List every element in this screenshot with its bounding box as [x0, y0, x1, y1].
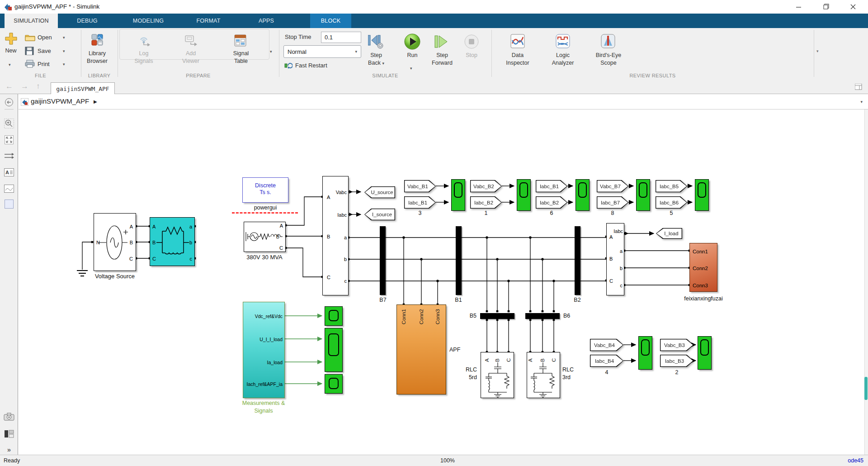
from-tag[interactable]: Iabc_B1 — [404, 196, 436, 209]
run-icon[interactable] — [404, 33, 421, 52]
scope-block[interactable] — [698, 336, 712, 370]
logic-analyzer-button[interactable]: Logic Analyzer — [542, 52, 583, 67]
tab-modeling[interactable]: MODELING — [121, 14, 175, 28]
scope-block[interactable] — [576, 179, 590, 211]
signal-table-icon[interactable] — [234, 34, 246, 48]
from-tag[interactable]: Iabc_B7 — [597, 196, 628, 209]
measurements-signals-block[interactable]: Vdc_ref&Vdc U_I_I_load Ia_load Iach_ref&… — [243, 302, 285, 398]
from-tag[interactable]: Iabc_B3 — [660, 355, 693, 367]
scope-block[interactable] — [325, 306, 343, 326]
save-dropdown[interactable]: ▾ — [63, 49, 65, 53]
from-tag[interactable]: Iabc_B2 — [536, 196, 567, 209]
from-tag[interactable]: Vabc_B4 — [590, 339, 623, 351]
bus-b7[interactable] — [380, 226, 386, 295]
run-dropdown[interactable]: ▾ — [410, 66, 412, 71]
annotation-icon[interactable]: A — [3, 166, 15, 178]
nonlinear-load-block[interactable]: Conn1 Conn2 Conn3 — [689, 243, 717, 292]
maximize-button[interactable] — [813, 0, 839, 13]
scope-block[interactable] — [325, 374, 343, 394]
save-icon[interactable] — [25, 47, 34, 57]
hide-browser-icon[interactable] — [3, 96, 15, 108]
from-tag[interactable]: Vabc_B1 — [404, 180, 436, 192]
print-icon[interactable] — [25, 60, 35, 70]
area-icon[interactable] — [3, 198, 15, 210]
data-inspector-button[interactable]: Data Inspector — [497, 52, 538, 67]
open-dropdown[interactable]: ▾ — [63, 35, 65, 40]
library-browser-button[interactable]: Library Browser — [79, 50, 115, 65]
bus-b2[interactable] — [575, 226, 580, 295]
goto-usource-tag[interactable]: U_source — [364, 186, 395, 198]
scope-block[interactable] — [636, 179, 650, 211]
step-back-icon[interactable] — [368, 33, 385, 52]
open-icon[interactable] — [25, 33, 35, 43]
solver-name[interactable]: ode45 — [814, 457, 863, 464]
powergui-block[interactable]: Discrete Ts s. — [242, 177, 288, 203]
print-dropdown[interactable]: ▾ — [63, 62, 65, 67]
data-inspector-icon[interactable] — [510, 33, 525, 51]
goto-iload-tag[interactable]: I_load — [656, 228, 682, 239]
vi-measurement-block[interactable]: A B C Vabc Iabc a b c — [322, 176, 349, 295]
fit-to-view-icon[interactable] — [3, 134, 15, 146]
breadcrumb-dropdown[interactable]: ▾ — [860, 100, 863, 104]
zoom-icon[interactable] — [3, 118, 15, 129]
scope-block[interactable] — [325, 328, 343, 372]
save-button[interactable]: Save — [38, 48, 51, 54]
tab-format[interactable]: FORMAT — [184, 14, 232, 28]
print-button[interactable]: Print — [38, 61, 50, 67]
signal-table-button[interactable]: Signal Table — [223, 50, 259, 65]
from-tag[interactable]: Vabc_B7 — [597, 180, 628, 192]
signal-routing-icon[interactable] — [3, 150, 15, 162]
simulation-mode-select[interactable]: Normal ▾ — [283, 45, 361, 58]
collapse-ribbon-button[interactable]: ▾ — [816, 49, 819, 53]
rl-branch-block[interactable]: A B C a b c — [150, 217, 195, 266]
birds-eye-scope-button[interactable]: Bird's-Eye Scope — [586, 52, 631, 67]
bus-b1[interactable] — [456, 226, 462, 295]
model-canvas[interactable] — [19, 109, 864, 455]
scope-block[interactable] — [695, 179, 709, 211]
bus-b5[interactable] — [480, 313, 514, 319]
tab-debug[interactable]: DEBUG — [67, 14, 108, 28]
expand-palette-icon[interactable]: » — [3, 443, 15, 455]
tab-apps[interactable]: APPS — [246, 14, 287, 28]
image-icon[interactable] — [3, 183, 15, 195]
library-browser-icon[interactable] — [91, 33, 104, 48]
from-tag[interactable]: Vabc_B3 — [660, 339, 693, 351]
layout-icon[interactable] — [855, 84, 862, 92]
tab-block[interactable]: BLOCK — [310, 14, 351, 28]
step-back-button[interactable]: Step Back ▾ — [362, 52, 391, 67]
from-tag[interactable]: Iabc_B4 — [590, 355, 623, 367]
vertical-scrollbar[interactable] — [864, 109, 868, 455]
logic-analyzer-icon[interactable] — [555, 33, 571, 51]
new-dropdown[interactable]: ▾ — [9, 62, 11, 67]
step-forward-button[interactable]: Step Forward — [428, 52, 457, 67]
scope-block[interactable] — [638, 336, 652, 370]
model-tab[interactable]: gaijinSVPWM_APF — [51, 82, 115, 95]
screenshot-icon[interactable] — [3, 411, 15, 423]
fast-restart-label[interactable]: Fast Restart — [295, 62, 327, 69]
minimize-button[interactable] — [786, 0, 811, 13]
goto-isource-tag[interactable]: I_source — [364, 209, 395, 220]
tab-simulation[interactable]: SIMULATION — [5, 14, 58, 28]
bus-b6[interactable] — [525, 313, 560, 319]
scope-block[interactable] — [451, 179, 465, 211]
birds-eye-scope-icon[interactable] — [600, 33, 616, 51]
from-tag[interactable]: Iabc_B5 — [656, 180, 687, 192]
from-tag[interactable]: Iabc_B2 — [470, 196, 502, 209]
new-button[interactable]: New — [2, 47, 20, 55]
run-button[interactable]: Run — [404, 52, 421, 59]
stop-time-input[interactable]: 0.1 — [321, 32, 361, 43]
from-tag[interactable]: Vabc_B2 — [470, 180, 502, 192]
close-button[interactable] — [840, 0, 866, 13]
breadcrumb[interactable]: gaijinSVPWM_APF — [31, 97, 89, 105]
prepare-expand-dropdown[interactable]: ▾ — [270, 49, 272, 54]
step-forward-icon[interactable] — [432, 33, 450, 52]
voltage-source-block[interactable]: N A B C — [94, 213, 136, 271]
model-browser-icon[interactable] — [3, 428, 15, 440]
open-button[interactable]: Open — [38, 34, 52, 41]
from-tag[interactable]: Iabc_B6 — [656, 196, 687, 209]
scrollbar-thumb[interactable] — [864, 377, 868, 400]
scope-block[interactable] — [517, 179, 531, 211]
load-measurement-block[interactable]: Iabc A B C a b c — [606, 223, 624, 295]
grid-source-block[interactable]: A B C — [244, 222, 286, 252]
fast-restart-icon[interactable] — [284, 62, 292, 71]
